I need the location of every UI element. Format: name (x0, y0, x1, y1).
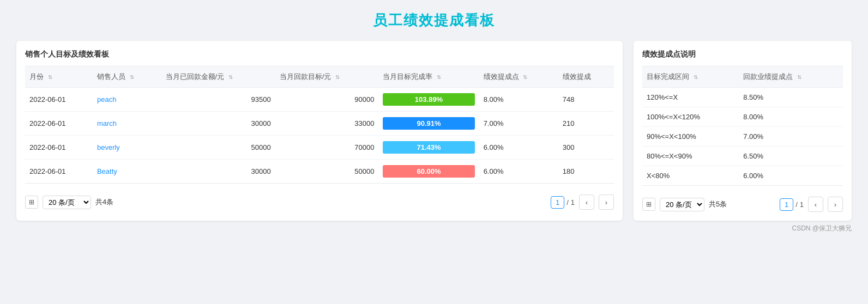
sort-icon-sales[interactable]: ⇅ (130, 74, 134, 80)
right-table-settings-icon[interactable]: ⊞ (642, 198, 655, 211)
cell-sales-person[interactable]: peach (93, 88, 161, 112)
cell-month: 2022-06-01 (25, 160, 93, 184)
cell-target: 50000 (275, 160, 379, 184)
cell-received: 93500 (161, 88, 275, 112)
cell-target: 70000 (275, 136, 379, 160)
sort-icon-month[interactable]: ⇅ (48, 74, 52, 80)
right-table-row: 120%<=X 8.50% (642, 88, 843, 107)
right-current-page[interactable]: 1 (780, 198, 793, 211)
col-rate: 回款业绩提成点 ⇅ (739, 66, 843, 88)
cell-rate: 6.50% (739, 147, 843, 166)
cell-range: X<80% (642, 166, 739, 186)
left-pagination: ⊞ 20 条/页 50 条/页 100 条/页 共4条 1 / 1 ‹ (25, 190, 614, 210)
sort-icon-target[interactable]: ⇅ (335, 74, 340, 80)
cell-rate: 8.50% (739, 88, 843, 107)
cell-range: 100%<=X<120% (642, 107, 739, 127)
left-panel-title: 销售个人目标及绩效看板 (25, 50, 614, 59)
sort-icon-range[interactable]: ⇅ (694, 74, 698, 80)
cell-range: 80%<=X<90% (642, 147, 739, 166)
left-prev-btn[interactable]: ‹ (579, 194, 594, 210)
left-table-row: 2022-06-01 beverly 50000 70000 71.43% 6.… (25, 136, 614, 160)
col-target: 当月回款目标/元 ⇅ (275, 66, 379, 88)
right-page-num: 1 / 1 (780, 198, 804, 211)
left-table-row: 2022-06-01 march 30000 33000 90.91% 7.00… (25, 112, 614, 136)
cell-completion: 103.89% (378, 88, 479, 112)
completion-bar: 90.91% (383, 117, 474, 130)
cell-commission: 180 (558, 160, 614, 184)
col-commission-rate: 绩效提成点 ⇅ (479, 66, 558, 88)
right-prev-btn[interactable]: ‹ (808, 197, 823, 212)
sort-icon-rate[interactable]: ⇅ (797, 74, 801, 80)
right-page-size-select[interactable]: 20 条/页 50 条/页 (660, 198, 704, 211)
left-total-pages: 1 (571, 198, 575, 206)
cell-target: 33000 (275, 112, 379, 136)
cell-rate: 7.00% (739, 127, 843, 147)
left-pagination-right: 1 / 1 ‹ › (551, 194, 614, 210)
cell-received: 50000 (161, 136, 275, 160)
left-pagination-left: ⊞ 20 条/页 50 条/页 100 条/页 共4条 (25, 196, 113, 209)
col-commission: 绩效提成 (558, 66, 614, 88)
left-total-label: 共4条 (95, 197, 113, 207)
right-table-row: 80%<=X<90% 6.50% (642, 147, 843, 166)
footer-watermark: CSDN @保卫大狮兄 (16, 224, 852, 233)
right-panel-title: 绩效提成点说明 (642, 50, 843, 59)
left-current-page[interactable]: 1 (551, 196, 564, 209)
right-table-row: 90%<=X<100% 7.00% (642, 127, 843, 147)
completion-bar: 60.00% (383, 165, 474, 178)
col-range: 目标完成区间 ⇅ (642, 66, 739, 88)
cell-range: 90%<=X<100% (642, 127, 739, 147)
sort-icon-completion[interactable]: ⇅ (437, 74, 441, 80)
cell-commission-rate: 7.00% (479, 112, 558, 136)
col-sales-person: 销售人员 ⇅ (93, 66, 161, 88)
right-panel: 绩效提成点说明 目标完成区间 ⇅ 回款业绩提成点 ⇅ (634, 41, 852, 221)
cell-month: 2022-06-01 (25, 112, 93, 136)
right-pagination: ⊞ 20 条/页 50 条/页 共5条 1 / 1 ‹ › (642, 192, 843, 212)
left-table-row: 2022-06-01 peach 93500 90000 103.89% 8.0… (25, 88, 614, 112)
cell-commission-rate: 6.00% (479, 160, 558, 184)
cell-sales-person[interactable]: beverly (93, 136, 161, 160)
right-pagination-right: 1 / 1 ‹ › (780, 197, 843, 212)
left-next-btn[interactable]: › (599, 194, 614, 210)
cell-range: 120%<=X (642, 88, 739, 107)
left-table-header-row: 月份 ⇅ 销售人员 ⇅ 当月已回款金额/元 ⇅ 当月回款目标/元 (25, 66, 614, 88)
cell-sales-person[interactable]: Beatty (93, 160, 161, 184)
main-content: 销售个人目标及绩效看板 月份 ⇅ 销售人员 ⇅ 当月已回款金额/元 (16, 41, 852, 221)
cell-received: 30000 (161, 160, 275, 184)
cell-sales-person[interactable]: march (93, 112, 161, 136)
completion-bar: 71.43% (383, 141, 474, 154)
cell-month: 2022-06-01 (25, 88, 93, 112)
page-wrapper: 员工绩效提成看板 销售个人目标及绩效看板 月份 ⇅ 销售人员 ⇅ (0, 0, 868, 304)
cell-completion: 90.91% (378, 112, 479, 136)
sort-icon-received[interactable]: ⇅ (228, 74, 233, 80)
left-table: 月份 ⇅ 销售人员 ⇅ 当月已回款金额/元 ⇅ 当月回款目标/元 (25, 66, 614, 184)
cell-target: 90000 (275, 88, 379, 112)
table-settings-icon[interactable]: ⊞ (25, 196, 38, 209)
cell-completion: 71.43% (378, 136, 479, 160)
right-total-label: 共5条 (709, 199, 727, 209)
cell-rate: 6.00% (739, 166, 843, 186)
cell-commission-rate: 6.00% (479, 136, 558, 160)
left-table-row: 2022-06-01 Beatty 30000 50000 60.00% 6.0… (25, 160, 614, 184)
cell-commission: 748 (558, 88, 614, 112)
cell-commission-rate: 8.00% (479, 88, 558, 112)
completion-bar: 103.89% (383, 93, 474, 106)
cell-rate: 8.00% (739, 107, 843, 127)
page-title: 员工绩效提成看板 (16, 11, 852, 30)
col-completion: 当月目标完成率 ⇅ (378, 66, 479, 88)
col-month: 月份 ⇅ (25, 66, 93, 88)
right-total-pages: 1 (800, 200, 804, 209)
cell-commission: 210 (558, 112, 614, 136)
right-table-header-row: 目标完成区间 ⇅ 回款业绩提成点 ⇅ (642, 66, 843, 88)
cell-completion: 60.00% (378, 160, 479, 184)
cell-commission: 300 (558, 136, 614, 160)
left-page-num: 1 / 1 (551, 196, 575, 209)
right-table: 目标完成区间 ⇅ 回款业绩提成点 ⇅ 120%<=X 8.50% 100%<=X… (642, 66, 843, 186)
right-table-row: X<80% 6.00% (642, 166, 843, 186)
cell-month: 2022-06-01 (25, 136, 93, 160)
right-next-btn[interactable]: › (828, 197, 843, 212)
col-received: 当月已回款金额/元 ⇅ (161, 66, 275, 88)
sort-icon-commission-rate[interactable]: ⇅ (523, 74, 527, 80)
left-page-size-select[interactable]: 20 条/页 50 条/页 100 条/页 (43, 196, 91, 209)
left-panel: 销售个人目标及绩效看板 月份 ⇅ 销售人员 ⇅ 当月已回款金额/元 (16, 41, 623, 221)
cell-received: 30000 (161, 112, 275, 136)
